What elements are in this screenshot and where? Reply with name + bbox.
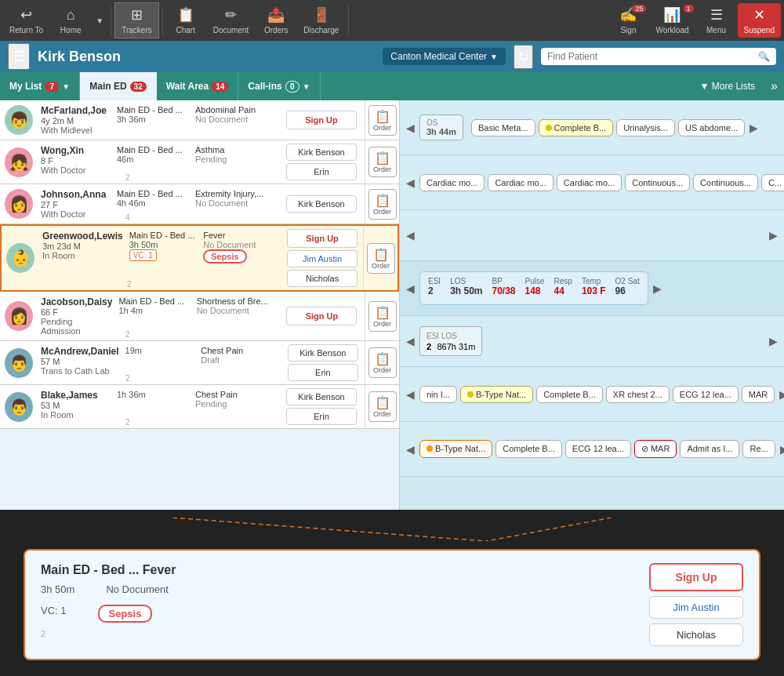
- patient-demographics: 57 M: [41, 357, 119, 366]
- order-pill[interactable]: nin I...: [419, 386, 457, 403]
- patient-row: 👩 Jacobson,Daisy 66 F Pending Admission …: [0, 292, 399, 341]
- patient-time: 1h 4m: [118, 306, 190, 315]
- scroll-left-arrow[interactable]: ◀: [405, 175, 416, 191]
- sign-up-button[interactable]: Sign Up: [286, 111, 357, 129]
- order-button[interactable]: 📋 Order: [368, 347, 397, 378]
- patient-bed: Main ED - Bed ...: [129, 231, 198, 240]
- collapse-button[interactable]: »: [764, 79, 784, 93]
- assign-button-jim[interactable]: Jim Austin: [287, 250, 358, 267]
- popup-jim-button[interactable]: Jim Austin: [649, 596, 743, 619]
- order-pill[interactable]: C...: [761, 174, 784, 191]
- tab-more-lists[interactable]: ▼ More Lists: [691, 81, 765, 92]
- scroll-left-arrow[interactable]: ◀: [405, 227, 416, 243]
- popup-signup-button[interactable]: Sign Up: [649, 563, 743, 591]
- hamburger-button[interactable]: ☰: [8, 43, 30, 70]
- menu-button[interactable]: ☰ Menu: [697, 3, 736, 38]
- assign-button-kirk[interactable]: Kirk Benson: [286, 195, 357, 213]
- order-pill[interactable]: ⊘ MAR: [634, 440, 677, 458]
- order-pill[interactable]: XR chest 2...: [606, 386, 670, 403]
- home-dropdown-button[interactable]: ▼: [92, 16, 107, 25]
- popup-nicholas-button[interactable]: Nicholas: [649, 623, 743, 646]
- row-number: 2: [127, 280, 132, 289]
- assign-button-nicholas[interactable]: Nicholas: [287, 270, 358, 287]
- order-pill[interactable]: Basic Meta...: [471, 119, 535, 136]
- toolbar-divider3: [348, 6, 349, 35]
- orders-row-mcandrew: ◀ nin I... B-Type Nat... Complete B... X…: [400, 367, 784, 422]
- order-pill[interactable]: B-Type Nat...: [460, 386, 533, 403]
- tab-call-ins[interactable]: Call-ins 0 ▼: [238, 72, 320, 100]
- order-pill[interactable]: Complete B...: [539, 119, 614, 136]
- order-pill[interactable]: MAR: [742, 386, 775, 403]
- scroll-left-arrow[interactable]: ◀: [405, 120, 416, 136]
- assign-button-kirk[interactable]: Kirk Benson: [288, 344, 358, 362]
- order-pill[interactable]: Cardiac mo...: [488, 174, 553, 191]
- order-pill[interactable]: Cardiac mo...: [557, 174, 622, 191]
- order-pill[interactable]: Re...: [742, 440, 775, 458]
- order-pill[interactable]: Cardiac mo...: [419, 174, 485, 191]
- order-pill[interactable]: Continuous...: [693, 174, 758, 191]
- scroll-right-arrow[interactable]: ▶: [779, 442, 784, 457]
- resp-value: 44: [554, 285, 572, 296]
- popup-number: 2: [41, 629, 633, 638]
- tab-main-ed[interactable]: Main ED 32: [80, 72, 156, 100]
- order-button[interactable]: 📋 Order: [368, 391, 397, 422]
- document-button[interactable]: ✏ Document: [207, 3, 256, 38]
- scroll-left-arrow[interactable]: ◀: [405, 333, 416, 349]
- order-pill[interactable]: Urinalysis...: [616, 119, 675, 136]
- search-icon[interactable]: 🔍: [758, 51, 770, 62]
- assign-button-kirk[interactable]: Kirk Benson: [286, 388, 357, 405]
- order-icon: 📋: [375, 109, 390, 124]
- patient-status: Trans to Cath Lab: [41, 366, 119, 376]
- assign-button-erin[interactable]: Erin: [288, 364, 358, 381]
- scroll-left-arrow[interactable]: ◀: [405, 281, 416, 296]
- patient-time: 3h 36m: [117, 114, 189, 124]
- refresh-button[interactable]: ↻: [514, 45, 533, 69]
- patient-demographics: 4y 2m M: [41, 116, 111, 125]
- order-button[interactable]: 📋 Order: [368, 189, 397, 220]
- pulse-value: 148: [525, 285, 545, 296]
- assign-button-erin[interactable]: Erin: [286, 408, 357, 425]
- workload-badge: 1: [684, 5, 694, 13]
- scroll-right-arrow[interactable]: ▶: [768, 333, 779, 349]
- order-icon: 📋: [375, 151, 390, 165]
- order-pill[interactable]: Admit as I...: [680, 440, 739, 458]
- scroll-right-arrow[interactable]: ▶: [748, 120, 760, 136]
- order-pill[interactable]: Complete B...: [536, 386, 603, 403]
- scroll-left-arrow[interactable]: ◀: [405, 387, 416, 402]
- scroll-right-arrow[interactable]: ▶: [768, 227, 779, 243]
- order-pill[interactable]: ECG 12 lea...: [565, 440, 631, 458]
- trackers-button[interactable]: ⊞ Trackers: [114, 2, 159, 38]
- chart-button[interactable]: 📋 Chart: [166, 3, 205, 38]
- order-button[interactable]: 📋 Order: [368, 301, 397, 332]
- discharge-button[interactable]: 🚪 Discharge: [297, 3, 345, 38]
- order-pill[interactable]: Complete B...: [495, 440, 562, 458]
- patient-bed: Main ED - Bed ...: [118, 296, 190, 306]
- home-button[interactable]: ⌂ Home: [51, 4, 90, 38]
- return-to-button[interactable]: ↩ Return To: [3, 3, 49, 38]
- sign-button[interactable]: ✍ Sign 25: [608, 3, 648, 38]
- orders-button[interactable]: 📤 Orders: [256, 3, 296, 38]
- suspend-button[interactable]: ✕ Suspend: [738, 3, 781, 38]
- assign-button-kirk[interactable]: Kirk Benson: [286, 144, 357, 161]
- order-pill[interactable]: ECG 12 lea...: [673, 386, 739, 403]
- scroll-left-arrow[interactable]: ◀: [405, 442, 416, 457]
- patient-demographics: 66 F: [41, 307, 112, 317]
- order-pill[interactable]: Continuous...: [625, 174, 690, 191]
- workload-button[interactable]: 📊 Workload 1: [649, 3, 695, 38]
- order-button[interactable]: 📋 Order: [368, 147, 397, 177]
- tab-my-list[interactable]: My List 7 ▼: [0, 72, 80, 100]
- order-button[interactable]: 📋 Order: [368, 105, 397, 136]
- search-input[interactable]: [547, 51, 753, 62]
- scroll-right-arrow[interactable]: ▶: [778, 387, 784, 402]
- order-pill[interactable]: B-Type Nat...: [419, 440, 492, 458]
- assign-button-erin[interactable]: Erin: [286, 163, 357, 180]
- scroll-right-arrow[interactable]: ▶: [652, 281, 663, 296]
- sign-up-button[interactable]: Sign Up: [286, 307, 357, 325]
- order-pill[interactable]: US abdome...: [678, 119, 745, 136]
- order-button[interactable]: 📋 Order: [367, 243, 395, 274]
- tab-wait-area[interactable]: Wait Area 14: [157, 72, 239, 100]
- sign-up-button[interactable]: Sign Up: [287, 229, 358, 248]
- patient-status: With Doctor: [41, 209, 111, 219]
- facility-selector[interactable]: Canton Medical Center ▼: [383, 48, 506, 65]
- page-title: Kirk Benson: [38, 49, 121, 65]
